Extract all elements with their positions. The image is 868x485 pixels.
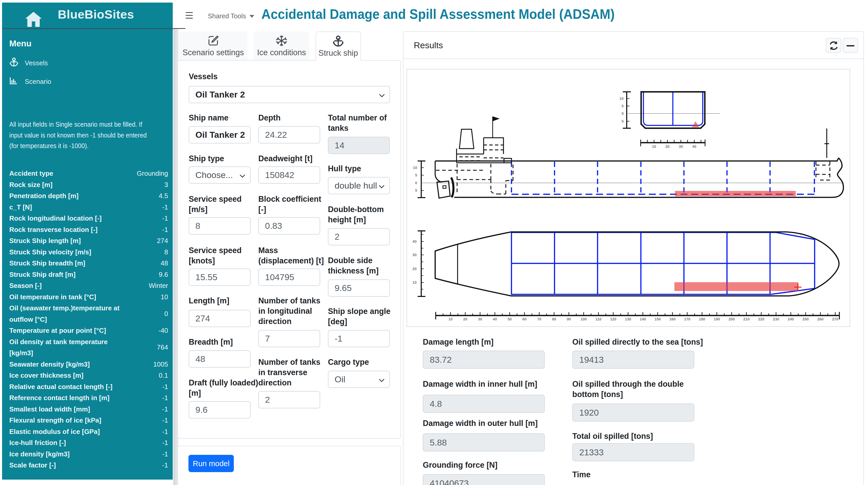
svg-text:110: 110 [595,317,601,321]
svg-text:230: 230 [773,317,779,321]
svg-text:80: 80 [552,317,556,321]
svg-text:120: 120 [610,317,616,321]
svg-text:20: 20 [412,267,416,271]
svg-text:0: 0 [622,111,624,116]
svg-text:5: 5 [415,173,417,177]
svg-text:90: 90 [567,317,571,321]
svg-text:10: 10 [413,166,417,170]
svg-text:40: 40 [493,317,497,321]
svg-text:190: 190 [714,317,720,321]
svg-text:50: 50 [507,317,512,321]
svg-text:70: 70 [537,317,541,321]
svg-text:40: 40 [412,239,416,244]
svg-text:60: 60 [522,317,526,321]
svg-text:5: 5 [622,119,624,123]
svg-text:30: 30 [478,317,482,321]
svg-text:210: 210 [743,317,749,321]
svg-text:10: 10 [652,144,656,149]
svg-text:40: 40 [692,144,696,149]
svg-text:10: 10 [412,280,416,285]
svg-text:170: 170 [684,317,690,321]
svg-text:30: 30 [679,144,683,149]
svg-text:270: 270 [832,317,838,321]
svg-text:0: 0 [415,181,417,185]
svg-text:260: 260 [817,317,824,321]
svg-text:160: 160 [669,317,675,321]
svg-text:10: 10 [448,317,453,321]
svg-text:180: 180 [699,317,705,321]
svg-text:20: 20 [665,144,670,149]
svg-text:150: 150 [655,317,661,321]
svg-text:130: 130 [625,317,631,321]
svg-text:240: 240 [787,317,794,321]
svg-text:220: 220 [758,317,764,321]
svg-text:200: 200 [728,317,735,321]
svg-text:10: 10 [619,96,624,101]
svg-text:100: 100 [581,317,587,321]
svg-text:250: 250 [803,317,809,321]
svg-text:5: 5 [622,104,624,108]
svg-text:5: 5 [415,188,417,193]
svg-text:30: 30 [412,253,416,257]
svg-text:140: 140 [640,317,646,321]
svg-text:20: 20 [463,317,467,321]
